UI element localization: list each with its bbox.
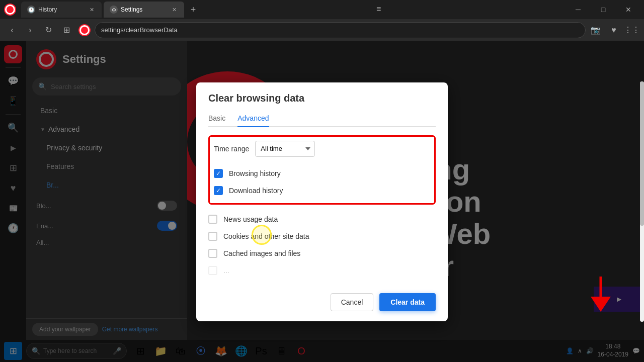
window-controls: ─ □ ✕	[567, 2, 640, 18]
toolbar: ‹ › ↻ ⊞ settings/clearBrowserData 📷 ♥ ⋮⋮	[0, 19, 644, 41]
clear-browsing-data-dialog: Clear browsing data Basic Advanced Time …	[196, 82, 448, 321]
history-tab-favicon: 🕐	[27, 6, 35, 14]
news-usage-row: News usage data	[208, 211, 436, 228]
bookmark-icon[interactable]: ♥	[606, 22, 622, 38]
dialog-footer: Cancel Clear data	[196, 287, 448, 321]
dialog-tabs: Basic Advanced	[208, 110, 436, 127]
close-button[interactable]: ✕	[617, 2, 640, 18]
highlight-box: Time range All time Last hour Last 24 ho…	[208, 135, 436, 205]
menu-icon[interactable]: ⋮⋮	[624, 22, 640, 38]
time-range-row: Time range All time Last hour Last 24 ho…	[214, 141, 430, 157]
red-arrow	[586, 272, 616, 314]
new-tab-button[interactable]: +	[186, 3, 200, 17]
dialog-tab-basic[interactable]: Basic	[208, 110, 225, 127]
dialog-overlay: Clear browsing data Basic Advanced Time …	[0, 41, 644, 362]
opera-toolbar-logo	[78, 24, 91, 36]
news-usage-label: News usage data	[223, 215, 278, 223]
settings-tab-favicon: ⚙	[110, 6, 118, 14]
grid-button[interactable]: ⊞	[58, 22, 74, 38]
tab-history[interactable]: 🕐 History ✕	[21, 2, 102, 18]
tab-settings[interactable]: ⚙ Settings ✕	[104, 2, 184, 18]
news-usage-checkbox[interactable]	[208, 215, 217, 224]
extra-label: ...	[223, 266, 229, 275]
clear-data-button[interactable]: Clear data	[379, 293, 436, 311]
cached-row: Cached images and files	[208, 245, 436, 262]
extra-row: ...	[208, 262, 436, 279]
cached-checkbox[interactable]	[208, 249, 217, 258]
camera-icon[interactable]: 📷	[588, 22, 604, 38]
settings-tab-label: Settings	[121, 6, 142, 13]
address-bar[interactable]: settings/clearBrowserData	[95, 22, 586, 38]
browsing-history-label: Browsing history	[229, 169, 281, 177]
history-tab-close[interactable]: ✕	[88, 6, 96, 14]
extra-checkbox	[208, 266, 217, 275]
forward-button[interactable]: ›	[22, 22, 38, 38]
settings-tab-close[interactable]: ✕	[170, 6, 178, 14]
history-tab-label: History	[38, 6, 57, 13]
cancel-button[interactable]: Cancel	[331, 293, 374, 311]
flow-icon: ≡	[376, 5, 386, 15]
cookies-label: Cookies and other site data	[223, 232, 309, 240]
maximize-button[interactable]: □	[592, 2, 615, 18]
browsing-history-row: ✓ Browsing history	[214, 165, 430, 182]
cookies-row: Cookies and other site data	[208, 228, 436, 245]
cookies-checkbox[interactable]	[208, 232, 217, 241]
svg-marker-1	[591, 297, 611, 312]
address-text: settings/clearBrowserData	[101, 26, 178, 34]
toolbar-icons: 📷 ♥ ⋮⋮	[588, 22, 640, 38]
dialog-body: Time range All time Last hour Last 24 ho…	[196, 127, 448, 287]
browsing-history-checkbox[interactable]: ✓	[214, 169, 223, 178]
download-history-row: ✓ Download history	[214, 182, 430, 199]
refresh-button[interactable]: ↻	[40, 22, 56, 38]
main-content: 💬 📱 🔍 ▶ ⊞ ♥ 📰 🕐 ••• Settings 🔍 Search se…	[0, 41, 644, 362]
time-range-select[interactable]: All time Last hour Last 24 hours Last 7 …	[255, 141, 315, 157]
download-history-checkbox[interactable]: ✓	[214, 186, 223, 195]
opera-logo-title	[4, 4, 16, 16]
back-button[interactable]: ‹	[4, 22, 20, 38]
title-bar: 🕐 History ✕ ⚙ Settings ✕ + ≡ ─ □ ✕	[0, 0, 644, 19]
cached-label: Cached images and files	[223, 249, 300, 257]
dialog-title: Clear browsing data	[196, 82, 448, 104]
time-range-label: Time range	[214, 145, 249, 153]
dialog-tab-advanced[interactable]: Advanced	[237, 110, 269, 127]
minimize-button[interactable]: ─	[567, 2, 590, 18]
download-history-label: Download history	[229, 187, 283, 195]
